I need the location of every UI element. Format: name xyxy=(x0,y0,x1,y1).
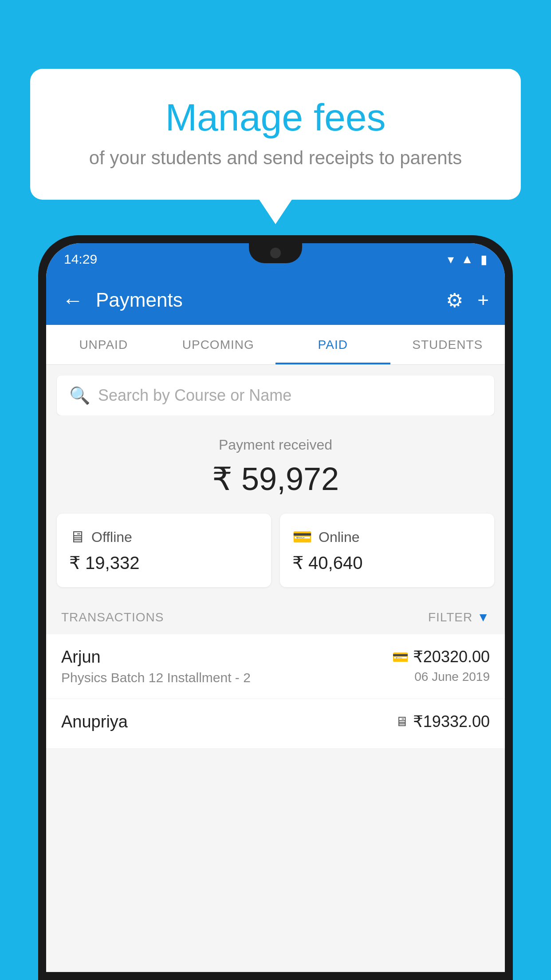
transaction-payment-icon: 🖥 xyxy=(395,714,409,729)
speech-bubble-container: Manage fees of your students and send re… xyxy=(30,69,521,200)
search-icon: 🔍 xyxy=(69,386,90,405)
transaction-right: 🖥 ₹19332.00 xyxy=(395,712,490,735)
app-bar: ← Payments ⚙ + xyxy=(46,275,505,325)
status-bar: 14:29 ▾ ▲ ▮ xyxy=(46,243,505,275)
phone-frame: 14:29 ▾ ▲ ▮ ← Payments ⚙ + xyxy=(38,235,513,980)
online-card-header: 💳 Online xyxy=(292,528,482,546)
transaction-name: Anupriya xyxy=(61,712,128,731)
transactions-label: TRANSACTIONS xyxy=(61,610,164,624)
notch xyxy=(249,243,302,263)
app-bar-title: Payments xyxy=(96,289,433,311)
tab-paid[interactable]: PAID xyxy=(276,325,390,364)
wifi-icon: ▾ xyxy=(448,252,454,267)
back-button[interactable]: ← xyxy=(62,288,83,312)
online-label: Online xyxy=(319,529,360,545)
camera-dot xyxy=(270,248,281,258)
transaction-amount-wrapper: 🖥 ₹19332.00 xyxy=(395,712,490,731)
transactions-header: TRANSACTIONS FILTER ▼ xyxy=(46,601,505,634)
transaction-left: Arjun Physics Batch 12 Installment - 2 xyxy=(61,648,251,685)
phone-inner: 14:29 ▾ ▲ ▮ ← Payments ⚙ + xyxy=(46,243,505,972)
filter-label: FILTER xyxy=(428,610,472,624)
offline-card-header: 🖥 Offline xyxy=(69,528,259,546)
transaction-left: Anupriya xyxy=(61,712,128,735)
bubble-subtitle: of your students and send receipts to pa… xyxy=(66,147,485,169)
transaction-payment-icon: 💳 xyxy=(392,649,409,665)
online-amount: ₹ 40,640 xyxy=(292,553,482,573)
transaction-course: Physics Batch 12 Installment - 2 xyxy=(61,670,251,685)
content-area: 🔍 Search by Course or Name Payment recei… xyxy=(46,365,505,972)
transaction-item[interactable]: Anupriya 🖥 ₹19332.00 xyxy=(46,699,505,749)
offline-card: 🖥 Offline ₹ 19,332 xyxy=(57,514,271,587)
transaction-date: 06 June 2019 xyxy=(392,670,490,684)
tabs-container: UNPAID UPCOMING PAID STUDENTS xyxy=(46,325,505,365)
filter-button[interactable]: FILTER ▼ xyxy=(428,610,490,624)
settings-button[interactable]: ⚙ xyxy=(446,289,463,312)
payment-cards: 🖥 Offline ₹ 19,332 💳 Online ₹ 40,640 xyxy=(46,514,505,601)
transaction-item[interactable]: Arjun Physics Batch 12 Installment - 2 💳… xyxy=(46,634,505,699)
tab-upcoming[interactable]: UPCOMING xyxy=(161,325,276,364)
offline-amount: ₹ 19,332 xyxy=(69,553,259,573)
transaction-name: Arjun xyxy=(61,648,251,667)
speech-bubble: Manage fees of your students and send re… xyxy=(30,69,521,200)
bubble-title: Manage fees xyxy=(66,95,485,139)
payment-amount: ₹ 59,972 xyxy=(57,460,494,498)
search-bar[interactable]: 🔍 Search by Course or Name xyxy=(57,375,494,415)
add-button[interactable]: + xyxy=(477,289,489,311)
transaction-amount: ₹20320.00 xyxy=(413,648,490,666)
online-card-icon: 💳 xyxy=(292,528,312,546)
search-input[interactable]: Search by Course or Name xyxy=(98,386,291,405)
transaction-right: 💳 ₹20320.00 06 June 2019 xyxy=(392,648,490,684)
transaction-amount: ₹19332.00 xyxy=(413,712,490,731)
signal-icon: ▲ xyxy=(461,252,473,266)
app-bar-icons: ⚙ + xyxy=(446,289,489,312)
offline-label: Offline xyxy=(91,529,132,545)
phone-screen: 14:29 ▾ ▲ ▮ ← Payments ⚙ + xyxy=(46,243,505,972)
battery-icon: ▮ xyxy=(480,252,487,267)
online-card: 💳 Online ₹ 40,640 xyxy=(280,514,494,587)
tab-unpaid[interactable]: UNPAID xyxy=(46,325,161,364)
tab-students[interactable]: STUDENTS xyxy=(390,325,505,364)
transaction-amount-wrapper: 💳 ₹20320.00 xyxy=(392,648,490,666)
payment-received-section: Payment received ₹ 59,972 xyxy=(46,415,505,514)
filter-icon: ▼ xyxy=(477,610,490,624)
status-time: 14:29 xyxy=(64,252,97,267)
payment-label: Payment received xyxy=(57,437,494,453)
offline-card-icon: 🖥 xyxy=(69,528,85,546)
status-icons: ▾ ▲ ▮ xyxy=(448,252,487,267)
